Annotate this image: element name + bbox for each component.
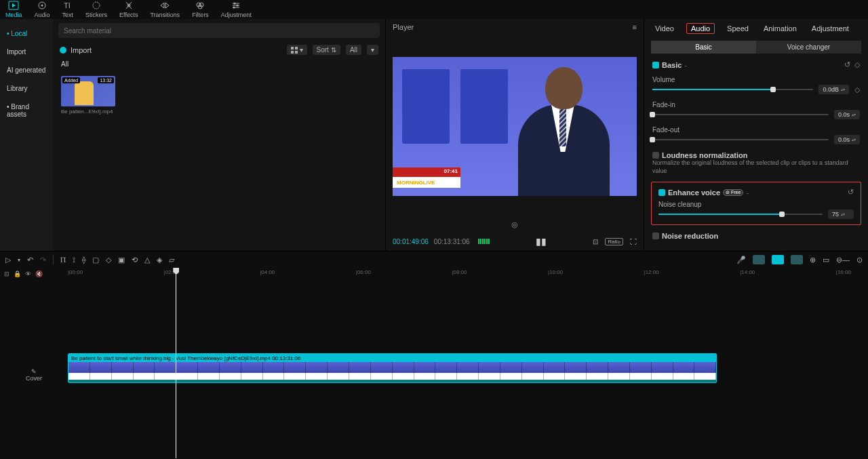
- fullscreen-icon[interactable]: ⛶: [630, 238, 637, 245]
- search-input[interactable]: [58, 23, 380, 38]
- zoom-out-icon[interactable]: ⊖—: [836, 256, 850, 264]
- timeline-ruler[interactable]: |00:00|02:00|04:00|06:00|08:00|10:00|12:…: [68, 268, 868, 279]
- tool-label: Audio: [35, 12, 50, 18]
- player-menu-icon[interactable]: ≡: [633, 23, 637, 31]
- tool-effects[interactable]: Effects: [119, 1, 138, 18]
- audio-meter: [478, 239, 490, 244]
- cover-button[interactable]: ✎ Cover: [0, 368, 68, 382]
- subtab-voice-changer[interactable]: Voice changer: [756, 41, 861, 54]
- enhance-voice-section: Enhance voice ⊘ Free - ↺ Noise cleanup 7…: [651, 182, 861, 225]
- section-noise-reduction-title: Noise reduction: [662, 232, 718, 240]
- sidebar-item-local[interactable]: Local: [0, 24, 53, 43]
- lock-icon[interactable]: ⊟: [4, 271, 9, 277]
- crop-icon[interactable]: ▱: [169, 256, 174, 264]
- section-loudness-title: Loudness normalization: [662, 151, 748, 159]
- redo-icon[interactable]: ↷: [40, 256, 46, 264]
- lock2-icon[interactable]: 🔒: [14, 271, 21, 277]
- enhance-checkbox[interactable]: [658, 189, 665, 196]
- mute-icon[interactable]: 🔇: [35, 271, 43, 277]
- fadeout-slider[interactable]: [652, 139, 829, 140]
- view-grid-button[interactable]: ▾: [287, 45, 307, 55]
- split-left-icon[interactable]: ⟟: [73, 256, 75, 264]
- timeline-tracks[interactable]: |00:00|02:00|04:00|06:00|08:00|10:00|12:…: [68, 268, 868, 458]
- marker-icon[interactable]: ◇: [106, 256, 111, 264]
- tab-speed[interactable]: Speed: [724, 23, 751, 34]
- thumbnail-filename: Be patien...E9xI].mp4: [61, 108, 115, 115]
- tool-text[interactable]: TI Text: [62, 1, 74, 18]
- fadeout-value[interactable]: 0.0s▴▾: [834, 135, 860, 144]
- track-toggle-2[interactable]: [772, 255, 784, 264]
- subtab-basic[interactable]: Basic: [651, 41, 756, 54]
- volume-label: Volume: [652, 76, 860, 83]
- filter-button[interactable]: ▾: [367, 45, 378, 55]
- snapshot-icon[interactable]: ⊡: [593, 238, 598, 245]
- import-button[interactable]: Import: [71, 46, 92, 54]
- noise-reduction-checkbox[interactable]: [652, 233, 659, 239]
- filter-all-button[interactable]: All: [346, 45, 361, 55]
- mic-icon[interactable]: 🎤: [736, 256, 746, 264]
- tab-video[interactable]: Video: [652, 23, 677, 34]
- tab-audio[interactable]: Audio: [686, 23, 715, 34]
- tab-animation[interactable]: Animation: [761, 23, 800, 34]
- frame-icon[interactable]: ▣: [118, 256, 125, 264]
- basic-checkbox[interactable]: [652, 62, 659, 68]
- player-title: Player: [393, 23, 414, 31]
- tool-media[interactable]: Media: [5, 1, 22, 18]
- sort-button[interactable]: Sort ⇅: [313, 45, 340, 55]
- volume-value[interactable]: 0.0dB▴▾: [818, 85, 849, 94]
- timeline-clip[interactable]: Be patient to start small while thinking…: [68, 353, 717, 383]
- volume-keyframe-icon[interactable]: ◇: [854, 85, 860, 94]
- split-right-icon[interactable]: ⟠: [82, 256, 85, 264]
- tool-adjustment[interactable]: Adjustment: [221, 1, 252, 18]
- ratio-button[interactable]: Ratio: [605, 238, 623, 245]
- delete-icon[interactable]: ▢: [92, 256, 99, 264]
- tool-filters[interactable]: Filters: [192, 1, 209, 18]
- tool-audio[interactable]: Audio: [35, 1, 50, 18]
- import-icon: [60, 47, 66, 54]
- sidebar-item-ai[interactable]: AI generated: [0, 61, 53, 79]
- pause-button[interactable]: ▮▮: [536, 236, 547, 247]
- recenter-icon[interactable]: ◎: [511, 220, 518, 228]
- sidebar-item-brand[interactable]: Brand assets: [0, 98, 53, 123]
- svg-text:TI: TI: [64, 1, 71, 9]
- svg-point-5: [93, 2, 100, 9]
- media-tab-all[interactable]: All: [61, 60, 68, 68]
- split-icon[interactable]: Ⲡ: [60, 256, 66, 264]
- inspector-tabs: Video Audio Speed Animation Adjustment: [644, 19, 868, 38]
- tab-adjustment[interactable]: Adjustment: [809, 23, 852, 34]
- volume-slider[interactable]: [652, 89, 813, 90]
- track-toggle-3[interactable]: [791, 255, 803, 264]
- track-toggle-1[interactable]: [753, 255, 765, 264]
- keyframe-icon[interactable]: ◇: [854, 60, 860, 69]
- tool-transitions[interactable]: Transitions: [150, 1, 180, 18]
- total-duration: 00:13:31:06: [434, 238, 470, 245]
- sidebar-item-library[interactable]: Library: [0, 79, 53, 98]
- fadein-slider[interactable]: [652, 114, 829, 115]
- rotate-icon[interactable]: ◈: [157, 256, 162, 264]
- fadein-label: Fade-in: [652, 101, 860, 108]
- badge-added: Added: [62, 77, 80, 83]
- undo-icon[interactable]: ↶: [27, 256, 33, 264]
- reset-icon[interactable]: ↺: [844, 60, 850, 69]
- sidebar-item-import[interactable]: Import: [0, 43, 53, 61]
- reverse-icon[interactable]: ⟲: [132, 256, 138, 264]
- noise-cleanup-slider[interactable]: [658, 214, 823, 215]
- loudness-checkbox[interactable]: [652, 152, 659, 159]
- eye-icon[interactable]: 👁: [25, 271, 31, 277]
- link-icon[interactable]: ▭: [823, 256, 829, 264]
- tool-label: Stickers: [85, 12, 107, 18]
- tool-label: Media: [5, 12, 22, 18]
- magnet-icon[interactable]: ⊕: [810, 256, 816, 264]
- zoom-fit-icon[interactable]: ⊙: [856, 256, 863, 264]
- playhead[interactable]: [176, 268, 176, 458]
- pointer-tool-icon[interactable]: ▷: [5, 256, 11, 264]
- mirror-icon[interactable]: △: [144, 256, 150, 264]
- fadein-value[interactable]: 0.0s▴▾: [834, 110, 860, 119]
- svg-point-11: [237, 5, 239, 7]
- media-thumbnail[interactable]: Added 13:32 Be patien...E9xI].mp4: [61, 76, 115, 115]
- player-viewport[interactable]: 07:41 MORNINGLIVE: [393, 57, 637, 196]
- dropdown-icon[interactable]: ▾: [18, 257, 20, 263]
- enhance-reset-icon[interactable]: ↺: [848, 188, 854, 197]
- tool-stickers[interactable]: Stickers: [85, 1, 107, 18]
- noise-cleanup-value[interactable]: 75▴▾: [828, 209, 854, 219]
